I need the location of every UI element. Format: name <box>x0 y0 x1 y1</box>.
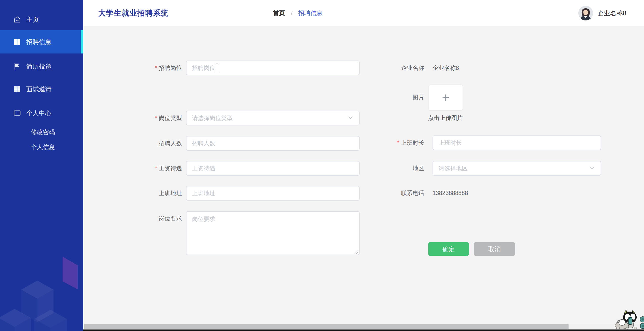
work-address-input[interactable] <box>186 186 360 201</box>
header: 大学生就业招聘系统 首页 / 招聘信息 企业名称8 <box>83 0 644 26</box>
requirements-textarea[interactable] <box>186 211 360 255</box>
sidebar-item-label: 个人中心 <box>26 109 51 117</box>
image-upload-box[interactable]: + <box>428 85 463 111</box>
chevron-down-icon <box>589 165 595 172</box>
sidebar-decor-graphic <box>0 235 83 331</box>
sidebar-subitem-label: 修改密码 <box>31 128 55 136</box>
cancel-button[interactable]: 取消 <box>474 242 515 256</box>
required-marker: * <box>155 65 157 71</box>
field-label-work-address: 上班地址 <box>96 186 182 201</box>
field-label-company-name: 企业名称 <box>348 61 424 75</box>
upload-hint: 点击上传图片 <box>426 114 464 122</box>
sidebar-item-interview-invite[interactable]: 面试邀请 <box>0 81 83 97</box>
grid-icon <box>14 86 21 93</box>
field-label-post-type: *岗位类型 <box>96 111 182 125</box>
required-marker: * <box>397 140 399 146</box>
page-title: 大学生就业招聘系统 <box>98 0 169 26</box>
post-input[interactable] <box>186 61 360 75</box>
horizontal-scrollbar-track <box>83 324 644 329</box>
sidebar-item-home[interactable]: 主页 <box>0 11 83 27</box>
headcount-input[interactable] <box>186 136 360 151</box>
sidebar: 主页 招聘信息 简历投递 <box>0 0 83 331</box>
user-name: 企业名称8 <box>598 9 626 17</box>
user-menu[interactable]: 企业名称8 <box>578 6 626 20</box>
flag-icon <box>14 63 21 70</box>
sidebar-item-label: 招聘信息 <box>26 38 51 46</box>
sidebar-item-label: 主页 <box>26 15 39 24</box>
grid-icon <box>14 38 21 45</box>
window-bottom-edge <box>0 329 644 331</box>
company-name-value: 企业名称8 <box>433 61 459 75</box>
select-placeholder: 请选择地区 <box>439 164 589 172</box>
horizontal-scrollbar-thumb[interactable] <box>84 324 569 329</box>
sidebar-item-label: 简历投递 <box>26 62 51 71</box>
region-select[interactable]: 请选择地区 <box>433 161 601 176</box>
field-label-region: 地区 <box>348 161 424 176</box>
breadcrumb-current: 招聘信息 <box>298 10 323 16</box>
select-placeholder: 请选择岗位类型 <box>192 114 347 122</box>
required-marker: * <box>155 165 157 172</box>
phone-value: 13823888888 <box>433 186 468 200</box>
sidebar-item-label: 面试邀请 <box>26 85 51 93</box>
breadcrumb: 首页 / 招聘信息 <box>273 0 323 26</box>
breadcrumb-separator: / <box>291 10 293 16</box>
plus-icon: + <box>442 91 449 104</box>
field-label-requirements: 岗位要求 <box>96 211 182 226</box>
app-screen: 主页 招聘信息 简历投递 <box>0 0 644 331</box>
requirements-textarea-wrap <box>186 211 360 255</box>
work-hours-input[interactable] <box>433 135 601 150</box>
card-icon <box>14 109 21 117</box>
field-label-salary: *工资待遇 <box>96 161 182 176</box>
salary-input[interactable] <box>186 161 360 176</box>
chevron-down-icon <box>347 115 354 122</box>
sidebar-subitem-personal-info[interactable]: 个人信息 <box>0 140 83 155</box>
sidebar-subitem-label: 个人信息 <box>31 143 55 151</box>
avatar <box>578 6 593 20</box>
breadcrumb-home[interactable]: 首页 <box>273 10 285 16</box>
confirm-button[interactable]: 确定 <box>428 242 469 256</box>
home-icon <box>14 16 21 23</box>
post-type-select[interactable]: 请选择岗位类型 <box>186 111 360 125</box>
required-marker: * <box>155 115 157 121</box>
field-label-headcount: 招聘人数 <box>96 136 182 151</box>
field-label-phone: 联系电话 <box>348 186 424 200</box>
sidebar-subitem-change-password[interactable]: 修改密码 <box>0 125 83 140</box>
sidebar-item-resume-delivery[interactable]: 简历投递 <box>0 58 83 74</box>
sidebar-item-recruit-info[interactable]: 招聘信息 <box>0 30 83 53</box>
field-label-post: *招聘岗位 <box>96 61 182 75</box>
text-cursor-icon <box>215 63 219 72</box>
field-label-image: 图片 <box>348 90 424 104</box>
field-label-work-hours: *上班时长 <box>348 135 424 150</box>
sidebar-item-personal-center[interactable]: 个人中心 <box>0 105 83 121</box>
